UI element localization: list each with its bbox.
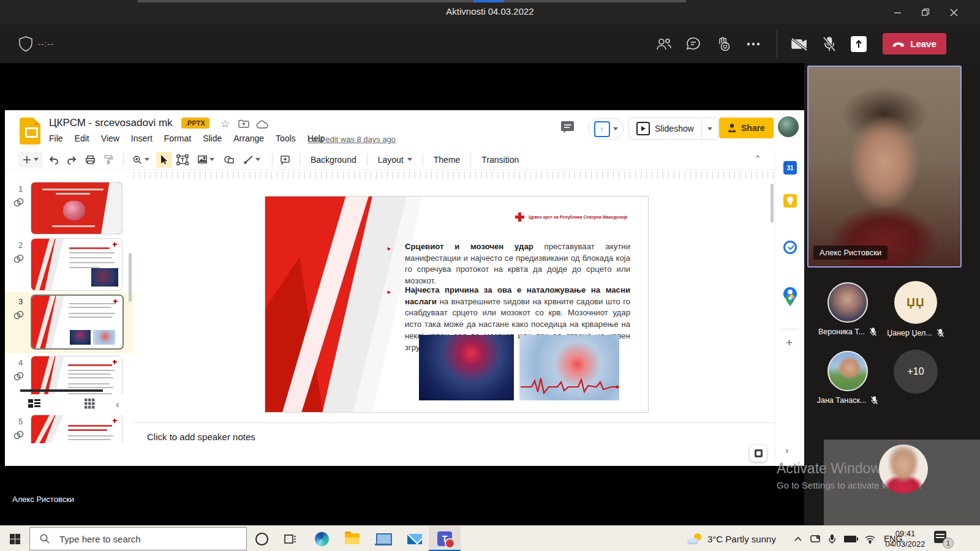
chat-button[interactable] [679, 24, 708, 63]
transition-button[interactable]: Transition [475, 155, 525, 165]
red-cross-icon [515, 212, 524, 222]
tasks-icon[interactable] [783, 241, 797, 254]
redo-button[interactable] [64, 152, 80, 168]
calendar-icon[interactable]: 31 [783, 161, 797, 174]
ruler [134, 171, 775, 179]
paint-format-button[interactable] [100, 152, 116, 168]
insert-comment-button[interactable] [277, 152, 293, 168]
collapse-menus-icon[interactable]: ⌃ [754, 154, 761, 163]
reactions-button[interactable] [709, 24, 738, 63]
text-box-button[interactable] [175, 152, 190, 168]
file-explorer-button[interactable] [339, 526, 366, 551]
mic-off-button[interactable] [815, 24, 844, 63]
pc-app-button[interactable] [371, 526, 398, 551]
line-dropdown-icon [255, 158, 260, 161]
taskbar-search[interactable] [29, 527, 247, 550]
background-button[interactable]: Background [304, 155, 363, 165]
participants-button[interactable] [649, 24, 678, 63]
tray-mic-icon[interactable] [829, 534, 835, 544]
comment-history-button[interactable] [561, 121, 575, 136]
leave-button[interactable]: Leave [883, 33, 946, 54]
participant-tile-veronika[interactable]: Вероника Т... [814, 282, 881, 336]
menu-file[interactable]: File [49, 133, 63, 143]
battery-icon[interactable] [844, 536, 856, 542]
select-tool-button[interactable] [156, 152, 172, 168]
get-addons-button[interactable]: + [786, 336, 793, 350]
search-input[interactable] [58, 533, 226, 545]
insert-shape-button[interactable] [221, 152, 237, 168]
slide-1-thumbnail[interactable] [31, 182, 123, 234]
last-edit-link[interactable]: Last edit was 8 days ago [308, 135, 396, 144]
start-button[interactable] [0, 526, 29, 551]
move-folder-icon[interactable] [238, 119, 249, 131]
menu-view[interactable]: View [101, 133, 119, 143]
share-screen-button[interactable] [851, 36, 867, 52]
participant-tile-janer[interactable]: ЏЏ Џанер Џел... [882, 281, 949, 337]
cloud-status-icon[interactable] [256, 119, 268, 132]
keep-icon[interactable] [783, 194, 797, 208]
current-slide[interactable]: Црвен крст на Република Северна Македони… [265, 196, 649, 413]
filmstrip-view-button[interactable] [28, 399, 40, 411]
share-arrow-icon [855, 40, 862, 48]
zoom-button[interactable] [128, 152, 154, 168]
google-slides-logo[interactable] [20, 118, 40, 144]
participant-tile-jana[interactable]: Јана Танаск... [814, 351, 881, 405]
account-avatar[interactable] [778, 116, 799, 137]
slide-5-thumbnail[interactable] [31, 414, 123, 443]
collapse-filmstrip-icon[interactable]: ‹ [116, 399, 119, 411]
share-button[interactable]: Share [719, 118, 774, 138]
restore-button[interactable] [911, 0, 940, 24]
document-title[interactable]: ЦКРСМ - srcevosadovi mk [49, 117, 173, 129]
slide-3-thumbnail[interactable] [31, 294, 124, 350]
action-center-button[interactable]: 1 [934, 531, 952, 547]
slideshow-dropdown[interactable] [701, 118, 718, 139]
main-video-tile[interactable]: Алекс Ристовски [807, 66, 962, 268]
task-view-button[interactable] [277, 526, 304, 551]
undo-button[interactable] [45, 152, 61, 168]
filmstrip-slide-5[interactable]: 5 [5, 414, 134, 444]
slide-2-thumbnail[interactable] [31, 238, 123, 291]
more-options-button[interactable] [739, 24, 768, 63]
filmstrip-slide-2[interactable]: 2 [5, 238, 134, 292]
menu-format[interactable]: Format [164, 133, 191, 143]
close-button[interactable] [940, 0, 968, 24]
insert-line-button[interactable] [239, 152, 265, 168]
canvas-scrollbar[interactable] [771, 184, 774, 223]
tray-expand-icon[interactable] [794, 536, 802, 541]
filmstrip-slide-1[interactable]: 1 [5, 182, 134, 236]
teams-app-button[interactable]: T [429, 526, 461, 551]
print-button[interactable] [82, 152, 98, 168]
cortana-button[interactable] [248, 526, 275, 551]
menu-edit[interactable]: Edit [75, 133, 89, 143]
minimize-button[interactable] [883, 0, 911, 24]
explore-button[interactable] [750, 445, 767, 462]
menu-arrange[interactable]: Arrange [233, 133, 264, 143]
taskbar-clock[interactable]: 09:41 04/03/2022 [882, 528, 929, 549]
present-button[interactable]: ↑ [588, 118, 624, 140]
taskbar-weather[interactable]: 3°C Partly sunny [687, 526, 776, 551]
overflow-participants-tile[interactable]: +10 [882, 350, 949, 394]
filmstrip-slide-3-selected[interactable]: 3 [5, 294, 134, 351]
menu-slide[interactable]: Slide [203, 133, 222, 143]
maps-icon[interactable] [783, 293, 797, 307]
grid-view-button[interactable] [85, 399, 95, 411]
theme-button[interactable]: Theme [428, 155, 467, 165]
insert-image-button[interactable] [193, 152, 219, 168]
mail-button[interactable] [401, 526, 428, 551]
slideshow-button[interactable]: Slideshow [628, 118, 718, 140]
windows-logo-icon [10, 534, 20, 544]
wifi-icon[interactable] [865, 535, 875, 543]
star-icon[interactable]: ☆ [221, 118, 230, 130]
security-shield-icon[interactable] [11, 24, 40, 63]
filmstrip-scrollbar[interactable] [129, 253, 132, 302]
speaker-notes-input[interactable]: Click to add speaker notes [147, 432, 255, 442]
menu-tools[interactable]: Tools [276, 133, 296, 143]
camera-off-button[interactable] [785, 24, 814, 63]
present-dropdown-icon[interactable] [613, 127, 618, 130]
layout-button[interactable]: Layout [372, 155, 418, 165]
connect-display-icon[interactable] [810, 534, 820, 543]
menu-insert[interactable]: Insert [131, 133, 153, 143]
hide-side-panel-button[interactable]: › [785, 445, 788, 456]
new-slide-button[interactable] [18, 152, 43, 168]
edge-button[interactable] [308, 526, 335, 551]
